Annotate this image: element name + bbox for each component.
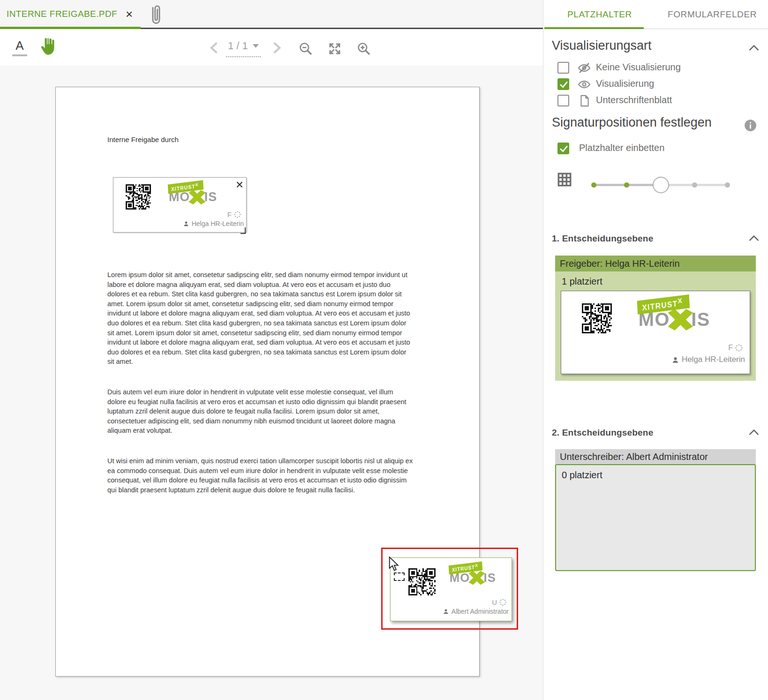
previous-page-button[interactable] [209,42,219,53]
option-label: Unterschriftenblatt [596,95,672,105]
placeholder-signer: Helga HR-Leiterin [183,220,244,227]
collapse-visualization-icon[interactable] [748,44,760,52]
close-tab-icon[interactable]: × [126,9,133,19]
slider-stop[interactable] [591,182,596,188]
pan-tool[interactable] [39,37,57,56]
placeholder-type-badge: F [227,211,241,218]
slider-stop[interactable] [624,182,629,188]
active-sidebar-tab-underline [544,27,644,29]
document-tabstrip: INTERNE FREIGABE.PDF × [0,0,543,29]
eye-icon [577,78,591,91]
info-icon[interactable] [744,119,757,132]
level-2-title: 2. Entscheidungsebene [552,428,653,438]
caret-down-icon [253,44,259,48]
moxis-logo: xitrustX mo is [637,298,737,336]
moxis-logo: xitrustX mo is [449,564,513,588]
text-tool-label: A [15,38,23,53]
level-1-role: Freigeber: Helga HR-Leiterin [555,256,756,271]
move-dots-icon [233,211,241,218]
collapse-level-2-icon[interactable] [748,429,760,436]
level-1-card: Freigeber: Helga HR-Leiterin 1 platziert… [555,256,756,381]
level-2-dropzone: 0 platziert [555,464,756,571]
placeholder-preview-helga[interactable]: xitrustX mo is F [561,291,750,374]
placeholder-type-badge: F [728,344,743,352]
moxis-x-icon [188,189,206,205]
moxis-x-icon [468,571,486,585]
sidebar-tabs: PLATZHALTER FORMULARFELDER [543,0,768,29]
person-icon [443,608,449,615]
collapse-level-1-icon[interactable] [748,234,760,242]
zoom-in-icon[interactable] [356,41,371,56]
level-2-card: Unterschreiber: Albert Administrator 0 p… [555,449,756,571]
tab-formularfelder[interactable]: FORMULARFELDER [656,0,768,29]
option-label: Platzhalter einbetten [579,143,664,153]
option-label: Keine Visualisierung [596,62,681,73]
person-icon [183,220,189,227]
placeholder-signer: Albert Administrator [443,608,509,615]
checkbox-visualisierung[interactable] [557,78,569,90]
grid-icon[interactable] [557,172,572,188]
option-label: Visualisierung [596,78,654,89]
resize-handle[interactable] [241,227,246,234]
drag-cursor-icon [388,557,401,572]
sheet-icon [579,94,590,107]
document-title: Interne Freigabe durch [107,135,179,143]
document-canvas[interactable]: Interne Freigabe durch xitrustX mo is × … [0,66,543,700]
level-1-title: 1. Entscheidungsebene [552,233,653,244]
qr-code [582,303,612,333]
next-page-button[interactable] [272,42,282,53]
size-control-row [543,172,768,190]
pdf-toolbar: A 1 / 1 [0,29,543,66]
checkbox-keine-visualisierung[interactable] [557,62,569,74]
document-tab[interactable]: INTERNE FREIGABE.PDF × [0,0,142,28]
zoom-out-icon[interactable] [298,41,313,56]
drag-ghost-box [394,572,405,581]
slider-stop[interactable] [725,182,730,188]
option-visualisierung: Visualisierung [543,77,768,92]
positions-heading: Signaturpositionen festlegen [552,115,712,130]
paragraph: Ut wisi enim ad minim veniam, quis nostr… [107,456,413,495]
qr-code [126,184,151,210]
placeholder-sidebar: PLATZHALTER FORMULARFELDER Visualisierun… [543,0,768,700]
visualization-heading: Visualisierungsart [552,38,652,53]
remove-placeholder-icon[interactable]: × [236,178,243,192]
checkbox-platzhalter-einbetten[interactable] [557,143,569,154]
paragraph: Lorem ipsum dolor sit amet, consetetur s… [107,270,413,367]
option-keine-visualisierung: Keine Visualisierung [543,61,768,76]
page-indicator: 1 / 1 [228,40,248,52]
slider-stop[interactable] [692,182,697,188]
signature-placeholder-albert[interactable]: xitrustX mo is U Albert Administrator [390,557,512,621]
slider-thumb[interactable] [653,177,669,193]
level-2-count: 0 platziert [556,465,755,481]
moxis-signature-editor: INTERNE FREIGABE.PDF × A 1 / 1 [0,0,768,700]
move-dots-icon [735,344,743,352]
tab-platzhalter[interactable]: PLATZHALTER [543,0,656,29]
level-2-role: Unterschreiber: Albert Administrator [555,449,756,464]
paragraph: Duis autem vel eum iriure dolor in hendr… [107,387,413,436]
text-select-tool[interactable]: A [12,38,27,56]
moxis-x-icon [667,309,695,331]
signature-placeholder-helga[interactable]: xitrustX mo is × F Helga HR-Lei [113,177,247,233]
qr-code [408,568,436,595]
attachment-paperclip-icon[interactable] [148,4,164,26]
placeholder-type-badge: U [492,598,507,606]
page-indicator-dropdown[interactable]: 1 / 1 [226,40,261,57]
hand-icon [39,37,57,56]
option-platzhalter-einbetten: Platzhalter einbetten [543,142,768,157]
level-1-count: 1 platziert [561,275,750,291]
placeholder-signer: Helga HR-Leiterin [671,355,745,364]
person-icon [671,356,679,364]
placeholder-size-slider[interactable] [592,176,729,193]
moxis-logo: xitrustX mo is [168,182,235,209]
move-dots-icon [499,598,507,606]
fullscreen-icon[interactable] [327,41,342,56]
option-unterschriftenblatt: Unterschriftenblatt [543,94,768,109]
document-tab-label: INTERNE FREIGABE.PDF [7,9,117,19]
checkbox-unterschriftenblatt[interactable] [557,95,569,106]
eye-off-icon [577,61,591,75]
active-drop-highlight: xitrustX mo is U Albert Administrator [381,548,518,630]
